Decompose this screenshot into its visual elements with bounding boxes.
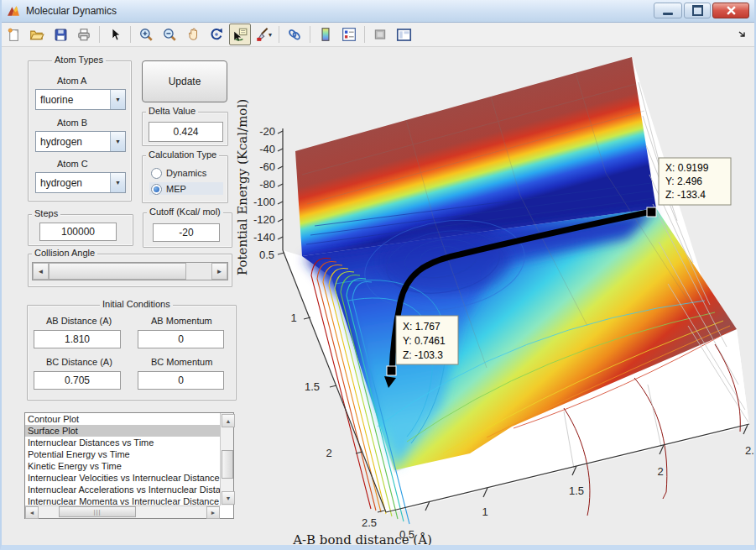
zoom-in-button[interactable]	[135, 24, 157, 45]
steps-title: Steps	[32, 208, 60, 218]
z-tick-label: -40	[259, 143, 275, 155]
list-item[interactable]: Internuclear Distances vs Time	[25, 437, 220, 448]
bc-distance-field[interactable]: 0.705	[34, 371, 121, 390]
datatip-y: Y: 2.496	[665, 175, 702, 187]
toolbar-overflow-arrow[interactable]	[738, 29, 748, 39]
x-tick-label: 1	[290, 312, 296, 324]
slider-left-arrow[interactable]: ◄	[33, 263, 49, 280]
bc-distance-label: BC Distance (A)	[46, 357, 112, 367]
atom-b-select[interactable]: hydrogen ▼	[35, 131, 126, 152]
link-plot-button[interactable]	[284, 24, 305, 45]
ab-momentum-field[interactable]: 0	[138, 330, 224, 348]
list-item[interactable]: Contour Plot	[25, 413, 220, 425]
maximize-button[interactable]	[684, 3, 711, 18]
zoom-out-button[interactable]	[159, 24, 180, 45]
datatip-x: X: 0.9199	[665, 162, 709, 174]
zoom-in-icon	[138, 27, 154, 42]
datatip-x: X: 1.767	[403, 321, 441, 333]
listbox-horizontal-scrollbar[interactable]: ◄ ||| ►	[25, 505, 220, 518]
scroll-right-arrow[interactable]: ►	[206, 506, 220, 519]
horizontal-scroll-thumb[interactable]: |||	[59, 506, 136, 517]
y-tick-label: 1.5	[569, 485, 584, 497]
atom-b-value: hydrogen	[36, 132, 110, 151]
datatip-z: Z: -103.3	[403, 349, 443, 361]
calculation-type-group: Calculation Type	[142, 155, 228, 203]
datatip[interactable]: X: 1.767 Y: 0.7461 Z: -103.3	[396, 316, 458, 364]
atom-b-label: Atom B	[57, 118, 87, 128]
matlab-logo-icon	[7, 4, 21, 18]
ab-distance-field[interactable]: 1.810	[34, 330, 121, 348]
list-item-selected[interactable]: Surface Plot	[25, 425, 220, 437]
atom-a-select[interactable]: fluorine ▼	[35, 89, 126, 110]
show-plot-tools-button[interactable]	[393, 24, 414, 45]
update-button[interactable]: Update	[142, 60, 227, 102]
slider-right-arrow[interactable]: ►	[211, 263, 227, 280]
dynamics-radio-label[interactable]: Dynamics	[166, 168, 206, 178]
scroll-left-arrow[interactable]: ◄	[25, 506, 39, 519]
chevron-down-icon[interactable]: ▼	[110, 90, 125, 109]
print-figure-button[interactable]	[73, 24, 95, 45]
surface-plot-axes[interactable]: X: 0.9199 Y: 2.496 Z: -133.4 X: 1.767 Y:…	[235, 49, 756, 550]
list-item[interactable]: Internuclear Accelerations vs Internucle…	[25, 484, 220, 495]
cutoff-field[interactable]: -20	[153, 223, 220, 242]
delta-value-field[interactable]: 0.424	[149, 122, 223, 142]
insert-legend-button[interactable]	[338, 24, 360, 45]
brush-data-button[interactable]: ▾	[253, 24, 274, 45]
slider-thumb[interactable]	[49, 263, 186, 280]
x-tick-label: 2.5	[362, 516, 377, 529]
dynamics-radio[interactable]	[151, 168, 162, 179]
bc-momentum-label: BC Momentum	[151, 357, 212, 367]
hide-plot-tools-icon	[373, 27, 388, 42]
x-tick-label: 2	[326, 447, 331, 459]
close-icon	[727, 6, 736, 15]
x-tick-label: 1.5	[305, 380, 320, 393]
z-tick-label: -20	[259, 125, 275, 138]
cursor-arrow-icon	[108, 28, 122, 41]
pan-button[interactable]	[182, 24, 204, 45]
vertical-scroll-thumb[interactable]	[222, 450, 233, 479]
cutoff-title: Cutoff (Kcal/ mol)	[147, 207, 223, 217]
brush-dropdown-caret[interactable]: ▾	[269, 31, 272, 39]
calculation-type-title: Calculation Type	[146, 149, 219, 160]
data-cursor-button[interactable]	[229, 24, 251, 45]
delta-value-title: Delta Value	[146, 106, 198, 116]
list-item[interactable]: Internuclear Velocities vs Internuclear …	[25, 472, 220, 484]
atom-c-select[interactable]: hydrogen ▼	[35, 172, 126, 193]
y-tick-label: 2.5	[745, 444, 756, 457]
new-file-icon	[7, 28, 21, 42]
insert-colorbar-button[interactable]	[315, 24, 336, 45]
datatip-marker[interactable]	[387, 366, 396, 375]
show-plot-tools-icon	[396, 27, 412, 43]
datatip[interactable]: X: 0.9199 Y: 2.496 Z: -133.4	[659, 158, 731, 205]
collision-angle-title: Collision Angle	[32, 248, 97, 258]
close-button[interactable]	[712, 3, 749, 18]
collision-angle-slider[interactable]: ◄ ►	[32, 262, 228, 280]
chevron-down-icon[interactable]: ▼	[110, 132, 125, 151]
mep-radio[interactable]	[151, 184, 162, 195]
new-file-button[interactable]	[3, 24, 24, 45]
bc-momentum-field[interactable]: 0	[138, 371, 224, 390]
edit-cursor-button[interactable]	[104, 24, 126, 45]
mep-radio-label[interactable]: MEP	[166, 184, 186, 194]
update-button-label: Update	[169, 76, 201, 87]
y-tick-label: 1	[482, 505, 487, 518]
minimize-button[interactable]	[654, 3, 682, 18]
rotate-3d-button[interactable]	[206, 24, 227, 45]
open-file-button[interactable]	[26, 24, 48, 45]
hide-plot-tools-button[interactable]	[369, 24, 391, 45]
steps-field[interactable]: 100000	[39, 223, 117, 241]
chevron-down-icon[interactable]: ▼	[110, 173, 125, 192]
list-item[interactable]: Potential Energy vs Time	[25, 448, 220, 460]
listbox-vertical-scrollbar[interactable]: ▲ ▼	[220, 413, 233, 505]
scroll-up-arrow[interactable]: ▲	[222, 414, 235, 427]
datatip-marker[interactable]	[647, 207, 656, 217]
save-figure-button[interactable]	[50, 24, 71, 45]
toolbar-separator	[279, 26, 279, 43]
list-item[interactable]: Kinetic Energy vs Time	[25, 460, 220, 472]
list-item[interactable]: Internuclear Momenta vs Internuclear Dis…	[25, 495, 220, 505]
slider-track[interactable]	[186, 263, 211, 280]
title-bar[interactable]: Molecular Dynamics	[2, 0, 754, 23]
toolbar-separator	[310, 26, 310, 43]
plot-type-listbox[interactable]: Contour Plot Surface Plot Internuclear D…	[24, 412, 234, 519]
scroll-down-arrow[interactable]: ▼	[222, 491, 235, 505]
